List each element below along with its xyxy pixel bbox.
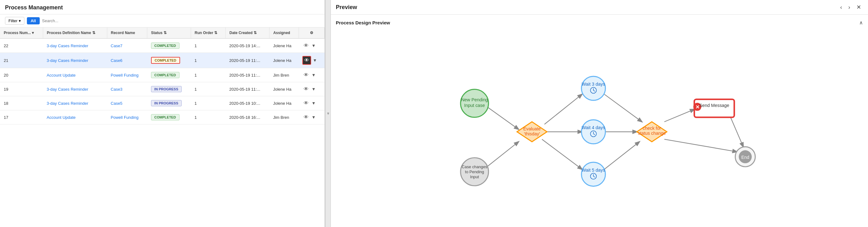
process-def-link[interactable]: 3-day Cases Reminder (46, 58, 88, 63)
table-row[interactable]: 18 3-day Cases Reminder Case5 IN PROGRES… (0, 96, 324, 110)
table-row[interactable]: 21 3-day Cases Reminder Case6 COMPLETED … (0, 53, 324, 68)
cell-date-created: 2020-05-19 11:... (225, 82, 269, 96)
evaluate-label: Evaluate (523, 126, 540, 131)
col-date-created[interactable]: Date Created ⇅ (225, 28, 269, 38)
process-table: Process Num... ▾ Process Definition Name… (0, 28, 324, 124)
eye-button[interactable]: 👁 (302, 99, 310, 107)
all-button[interactable]: All (27, 17, 40, 24)
record-name-link[interactable]: Case7 (111, 43, 123, 48)
preview-section: Process Design Preview ∧ (331, 15, 868, 227)
cell-actions: 👁 ▾ (299, 96, 324, 110)
cell-date-created: 2020-05-18 16:... (225, 110, 269, 124)
table-container: Process Num... ▾ Process Definition Name… (0, 28, 324, 227)
cell-run-order: 1 (191, 96, 225, 110)
record-name-link[interactable]: Case3 (111, 87, 123, 92)
process-def-link[interactable]: 3-day Cases Reminder (46, 87, 88, 92)
dropdown-button[interactable]: ▾ (311, 42, 316, 50)
cell-date-created: 2020-05-19 14:... (225, 38, 269, 53)
next-button[interactable]: › (846, 3, 852, 11)
row-actions: 👁 ▾ (302, 42, 320, 50)
table-row[interactable]: 20 Account Update Powell Funding COMPLET… (0, 68, 324, 82)
arrow-line (487, 142, 519, 167)
cell-assigned: Jolene Ha (269, 82, 299, 96)
preview-section-header: Process Design Preview ∧ (336, 20, 863, 26)
cell-process-def: Account Update (43, 110, 107, 124)
send-message-label: Send Message (699, 103, 729, 108)
row-actions: 👁 ▾ (302, 99, 320, 107)
cell-assigned: Jolene Ha (269, 53, 299, 68)
table-header-row: Process Num... ▾ Process Definition Name… (0, 28, 324, 38)
right-panel: Preview ‹ › ✕ Process Design Preview ∧ (331, 0, 868, 227)
sort-icon: ⇅ (92, 31, 95, 35)
col-run-order[interactable]: Run Order ⇅ (191, 28, 225, 38)
cell-process-num: 17 (0, 110, 43, 124)
process-def-link[interactable]: Account Update (46, 73, 76, 77)
new-pending-label2: Input case (464, 103, 485, 108)
cell-process-def: 3-day Cases Reminder (43, 38, 107, 53)
dropdown-button[interactable]: ▾ (311, 99, 316, 107)
eye-button[interactable]: 👁 (302, 56, 311, 65)
cell-process-num: 20 (0, 68, 43, 82)
end-label: End (741, 155, 749, 160)
eye-button[interactable]: 👁 (302, 42, 310, 50)
table-row[interactable]: 19 3-day Cases Reminder Case3 IN PROGRES… (0, 82, 324, 96)
search-input[interactable] (42, 19, 319, 23)
cell-run-order: 1 (191, 68, 225, 82)
cell-actions: 👁 ▾ (299, 68, 324, 82)
sort-icon: ⇅ (214, 31, 217, 35)
eye-button[interactable]: 👁 (302, 114, 310, 121)
col-process-def[interactable]: Process Definition Name ⇅ (43, 28, 107, 38)
cell-run-order: 1 (191, 38, 225, 53)
new-pending-label: New Pending (461, 97, 488, 102)
evaluate-label2: 'thisday' (524, 131, 540, 136)
wait3-label: Wait 3 days (582, 82, 605, 87)
cell-process-def: 3-day Cases Reminder (43, 82, 107, 96)
preview-section-title: Process Design Preview (336, 20, 390, 25)
dropdown-button[interactable]: ▾ (311, 85, 316, 93)
cell-status: COMPLETED (147, 38, 191, 53)
cell-date-created: 2020-05-19 10:... (225, 96, 269, 110)
row-actions: 👁 ▾ (302, 85, 320, 93)
arrow-line (664, 139, 737, 152)
dropdown-button[interactable]: ▾ (311, 71, 316, 79)
case-changes-label2: to Pending (465, 169, 484, 174)
cell-run-order: 1 (191, 110, 225, 124)
panel-title: Process Management (5, 4, 63, 11)
record-name-link[interactable]: Powell Funding (111, 73, 138, 77)
cell-run-order: 1 (191, 53, 225, 68)
right-panel-header: Preview ‹ › ✕ (331, 0, 868, 15)
status-badge: IN PROGRESS (151, 100, 182, 106)
filter-button[interactable]: Filter ▾ (5, 17, 24, 25)
arrow-line (664, 109, 694, 122)
dropdown-button[interactable]: ▾ (312, 57, 317, 64)
col-assigned: Assigned (269, 28, 299, 38)
collapse-button[interactable]: ∧ (859, 20, 863, 26)
cell-date-created: 2020-05-19 11:... (225, 68, 269, 82)
process-def-link[interactable]: Account Update (46, 115, 76, 120)
process-diagram: New Pending Input case Evaluate 'thisday… (336, 29, 863, 219)
cell-run-order: 1 (191, 82, 225, 96)
eye-button[interactable]: 👁 (302, 71, 310, 79)
table-row[interactable]: 22 3-day Cases Reminder Case7 COMPLETED … (0, 38, 324, 53)
status-badge: COMPLETED (151, 72, 180, 78)
process-def-link[interactable]: 3-day Cases Reminder (46, 43, 88, 48)
col-process-num[interactable]: Process Num... ▾ (0, 28, 43, 38)
arrow-line (545, 94, 582, 124)
record-name-link[interactable]: Powell Funding (111, 115, 138, 120)
diagram-container: New Pending Input case Evaluate 'thisday… (336, 29, 863, 219)
record-name-link[interactable]: Case6 (111, 58, 123, 63)
dropdown-button[interactable]: ▾ (311, 114, 316, 121)
process-def-link[interactable]: 3-day Cases Reminder (46, 101, 88, 106)
col-status[interactable]: Status ⇅ (147, 28, 191, 38)
check-status-label2: status change (638, 131, 666, 136)
close-button[interactable]: ✕ (855, 3, 863, 11)
cell-status: COMPLETED (147, 110, 191, 124)
case-changes-label3: Input (470, 174, 479, 179)
eye-button[interactable]: 👁 (302, 85, 310, 93)
table-row[interactable]: 17 Account Update Powell Funding COMPLET… (0, 110, 324, 124)
col-actions: ⚙ (299, 28, 324, 38)
record-name-link[interactable]: Case5 (111, 101, 123, 106)
prev-button[interactable]: ‹ (838, 3, 844, 11)
status-badge: COMPLETED (151, 114, 180, 120)
col-record-name: Record Name (107, 28, 147, 38)
